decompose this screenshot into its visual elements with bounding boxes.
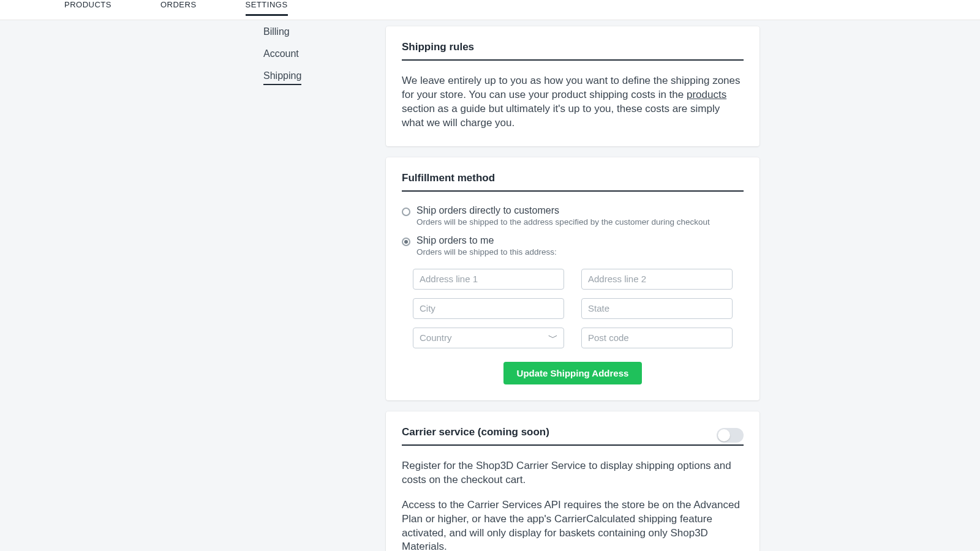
fulfillment-title: Fulfillment method [402,172,495,190]
carrier-service-card: Carrier service (coming soon) Register f… [386,411,760,551]
divider [402,59,744,61]
radio-label: Ship orders to me [417,235,557,246]
content-area: Billing Account Shipping Shipping rules … [0,20,980,551]
divider [402,190,744,192]
shipping-rules-title: Shipping rules [402,41,474,59]
main-column: Shipping rules We leave entirely up to y… [386,26,760,551]
desc-text-b: section as a guide but ultimately it's u… [402,103,720,129]
radio-sublabel: Orders will be shipped to this address: [417,247,557,257]
address-grid: ﹀ [402,269,744,348]
fulfillment-card: Fulfillment method Ship orders directly … [386,157,760,400]
address-line-1-input[interactable] [413,269,564,290]
radio-direct-to-customer[interactable]: Ship orders directly to customers Orders… [402,205,744,227]
post-code-input[interactable] [581,328,733,348]
carrier-desc-1: Register for the Shop3D Carrier Service … [402,459,744,487]
radio-icon [402,208,410,216]
shipping-rules-desc: We leave entirely up to you as how you w… [402,74,744,130]
address-line-2-input[interactable] [581,269,733,290]
carrier-title: Carrier service (coming soon) [402,426,549,444]
state-input[interactable] [581,298,733,319]
city-input[interactable] [413,298,564,319]
radio-icon [402,238,410,246]
fulfillment-radio-group: Ship orders directly to customers Orders… [402,205,744,257]
update-shipping-address-button[interactable]: Update Shipping Address [503,362,643,384]
top-nav: PRODUCTS ORDERS SETTINGS [0,0,980,20]
side-billing[interactable]: Billing [263,26,290,40]
radio-label: Ship orders directly to customers [417,205,710,216]
radio-ship-to-me[interactable]: Ship orders to me Orders will be shipped… [402,235,744,257]
nav-settings[interactable]: SETTINGS [246,0,288,16]
nav-orders[interactable]: ORDERS [160,0,197,16]
country-select[interactable] [413,328,564,348]
toggle-knob [718,429,730,441]
country-select-wrap: ﹀ [413,328,564,348]
radio-sublabel: Orders will be shipped to the address sp… [417,217,710,227]
shipping-rules-card: Shipping rules We leave entirely up to y… [386,26,760,146]
carrier-toggle[interactable] [717,428,744,443]
nav-products[interactable]: PRODUCTS [64,0,111,16]
products-link[interactable]: products [687,89,726,100]
carrier-desc-2: Access to the Carrier Services API requi… [402,498,744,551]
side-account[interactable]: Account [263,48,299,62]
divider [402,444,744,446]
settings-side-menu: Billing Account Shipping [0,26,386,551]
side-shipping[interactable]: Shipping [263,70,301,85]
